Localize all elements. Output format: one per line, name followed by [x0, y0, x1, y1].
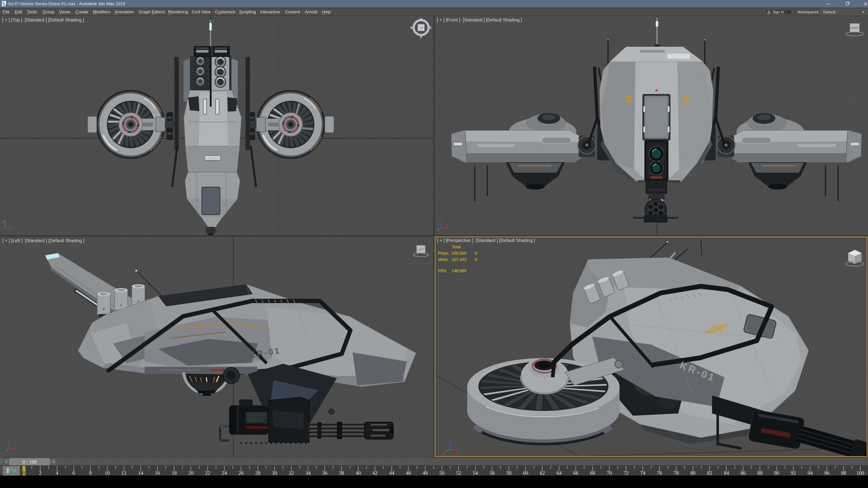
svg-text:76: 76	[657, 470, 662, 476]
svg-text:z: z	[438, 221, 440, 224]
svg-text:FPS:: FPS:	[438, 269, 447, 273]
svg-text:W: W	[410, 26, 413, 29]
svg-text:x: x	[446, 224, 447, 228]
svg-text:y: y	[438, 227, 439, 231]
svg-text:y: y	[442, 451, 444, 455]
svg-text:18: 18	[172, 470, 177, 476]
svg-text:42: 42	[372, 470, 377, 476]
svg-text:>: >	[52, 459, 55, 464]
svg-text:148.969: 148.969	[452, 269, 466, 273]
svg-text:66: 66	[573, 470, 579, 476]
svg-text:94: 94	[807, 470, 813, 476]
svg-text:34: 34	[305, 470, 311, 476]
svg-text:Polys:: Polys:	[438, 251, 449, 256]
svg-text:78: 78	[674, 470, 679, 476]
svg-text:x: x	[457, 451, 459, 455]
svg-text:54: 54	[473, 470, 478, 476]
svg-text:90: 90	[774, 470, 779, 476]
svg-text:56: 56	[490, 470, 495, 476]
svg-text:N: N	[420, 18, 422, 21]
svg-text:60: 60	[523, 470, 528, 476]
svg-text:4: 4	[56, 470, 58, 476]
svg-text:72: 72	[623, 470, 629, 476]
svg-text:z: z	[7, 441, 9, 445]
svg-text:84: 84	[724, 470, 729, 476]
svg-text:88: 88	[757, 470, 763, 476]
svg-text:58: 58	[506, 470, 512, 476]
svg-text:8: 8	[89, 470, 92, 476]
svg-text:<: <	[5, 459, 7, 464]
svg-text:LEFT: LEFT	[418, 248, 424, 251]
svg-text:40: 40	[355, 470, 361, 476]
svg-text:52: 52	[456, 470, 461, 476]
svg-text:16: 16	[155, 470, 160, 476]
svg-text:107,442: 107,442	[452, 257, 466, 262]
svg-text:E: E	[430, 26, 432, 29]
svg-text:48: 48	[423, 470, 428, 476]
svg-text:x: x	[15, 444, 17, 448]
svg-text:6: 6	[72, 470, 75, 476]
svg-text:46: 46	[406, 470, 411, 476]
svg-text:0: 0	[475, 251, 477, 256]
svg-text:62: 62	[540, 470, 545, 476]
svg-text:Vulcan Cannon M64: Vulcan Cannon M64	[246, 426, 268, 429]
svg-text:105,550: 105,550	[452, 251, 466, 256]
svg-text:0 / 100: 0 / 100	[22, 459, 37, 465]
svg-text:x: x	[11, 223, 13, 227]
svg-text:12: 12	[121, 470, 127, 476]
svg-text:0: 0	[475, 257, 477, 262]
svg-text:30: 30	[272, 470, 277, 476]
svg-text:74: 74	[640, 470, 646, 476]
svg-text:24: 24	[222, 470, 227, 476]
svg-text:22: 22	[205, 470, 210, 476]
svg-text:Total: Total	[452, 245, 460, 249]
svg-text:z: z	[450, 442, 451, 446]
svg-text:2: 2	[39, 470, 41, 476]
svg-text:64: 64	[557, 470, 562, 476]
svg-text:0: 0	[22, 470, 25, 476]
svg-text:10: 10	[105, 470, 110, 476]
svg-text:98: 98	[841, 470, 846, 476]
svg-text:82: 82	[707, 470, 712, 476]
svg-text:100: 100	[857, 470, 864, 476]
svg-text:S: S	[420, 35, 422, 39]
svg-text:96: 96	[824, 470, 829, 476]
svg-text:50: 50	[439, 470, 445, 476]
svg-text:y: y	[7, 448, 8, 452]
svg-text:20: 20	[188, 470, 193, 476]
svg-text:68: 68	[590, 470, 595, 476]
svg-text:TOP: TOP	[419, 27, 423, 29]
svg-text:z: z	[2, 226, 4, 230]
svg-text:70: 70	[607, 470, 612, 476]
svg-text:86: 86	[741, 470, 746, 476]
svg-text:92: 92	[791, 470, 796, 476]
svg-text:36: 36	[322, 470, 327, 476]
svg-text:Verts:: Verts:	[438, 257, 448, 262]
svg-text:44: 44	[389, 470, 395, 476]
svg-text:28: 28	[255, 470, 260, 476]
svg-text:y: y	[3, 219, 4, 223]
svg-text:38: 38	[339, 470, 344, 476]
svg-text:FRONT: FRONT	[850, 27, 859, 29]
svg-text:80: 80	[690, 470, 695, 476]
svg-text:3: 3	[2, 1, 4, 5]
svg-text:32: 32	[289, 470, 294, 476]
svg-text:26: 26	[239, 470, 244, 476]
svg-text:14: 14	[138, 470, 144, 476]
